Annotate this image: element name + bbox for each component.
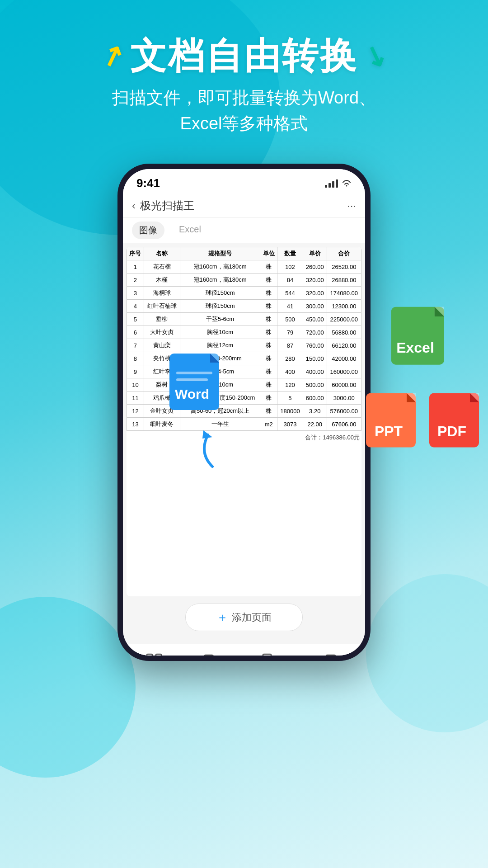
document-area: 序号 名称 规格型号 单位 数量 单价 合价 1花石榴冠160cm，高180cm… (127, 247, 361, 596)
word-format-icon: Word (167, 340, 244, 426)
table-cell: 320.00 (303, 287, 327, 300)
add-page-label: 添加页面 (232, 611, 272, 624)
wifi-icon (342, 179, 352, 188)
table-cell: 280 (277, 352, 303, 365)
toolbar-copy-text[interactable]: 复制文本 (253, 651, 284, 656)
table-row: 11鸡爪槭地径6cm，高度150-200cm株5600.003000.00 (127, 392, 361, 405)
svg-rect-18 (176, 378, 208, 381)
table-cell: 株 (260, 339, 277, 352)
table-cell: 木槿 (144, 274, 180, 287)
table-cell: 1 (127, 260, 144, 274)
table-cell: 160000.00 (327, 365, 361, 378)
table-cell: 56880.00 (327, 326, 361, 339)
table-cell: 株 (260, 260, 277, 274)
col-header-total: 合价 (327, 247, 361, 260)
table-row: 7黄山栾胸径12cm株87760.0066120.00 (127, 339, 361, 352)
table-cell: 600.00 (303, 392, 327, 405)
table-cell: 3073 (277, 418, 303, 431)
table-row: 6大叶女贞胸径10cm株79720.0056880.00 (127, 326, 361, 339)
add-page-button[interactable]: ＋ 添加页面 (185, 604, 303, 631)
table-row: 10梨树干茎10cm株120500.0060000.00 (127, 378, 361, 392)
table-cell: 株 (260, 300, 277, 313)
col-header-no: 序号 (127, 247, 144, 260)
table-cell: 42000.00 (327, 352, 361, 365)
table-cell: 41 (277, 300, 303, 313)
header-subtitle: 扫描文件，即可批量转换为Word、Excel等多种格式 (18, 85, 470, 137)
table-cell: 500 (277, 313, 303, 326)
table-cell: 球径150cm (180, 287, 260, 300)
table-cell: 3 (127, 287, 144, 300)
svg-marker-32 (202, 430, 212, 439)
more-icon[interactable]: ··· (347, 199, 356, 212)
signal-bars-icon (325, 179, 338, 188)
convert-arrow-icon (194, 426, 230, 462)
svg-rect-4 (204, 655, 213, 656)
svg-rect-12 (326, 655, 335, 656)
table-row: 9红叶李地径4-5cm株400400.00160000.00 (127, 365, 361, 378)
col-header-name: 名称 (144, 247, 180, 260)
table-cell: 760.00 (303, 339, 327, 352)
status-icons (325, 179, 352, 188)
table-cell: 株 (260, 405, 277, 418)
table-cell: 180000 (277, 405, 303, 418)
table-cell: 120 (277, 378, 303, 392)
table-cell: 株 (260, 365, 277, 378)
table-cell: 87 (277, 339, 303, 352)
export-word-icon (323, 651, 343, 656)
toolbar-translate[interactable]: A 文 翻译 (202, 651, 221, 656)
status-time: 9:41 (136, 176, 160, 190)
table-cell: 干茎5-6cm (180, 313, 260, 326)
table-cell: 株 (260, 392, 277, 405)
table-cell: 300.00 (303, 300, 327, 313)
table-cell: 576000.00 (327, 405, 361, 418)
table-cell: 冠160cm，高180cm (180, 260, 260, 274)
data-table: 序号 名称 规格型号 单位 数量 单价 合价 1花石榴冠160cm，高180cm… (127, 247, 361, 431)
table-cell: 5 (277, 392, 303, 405)
table-total: 合计：1496386.00元 (127, 431, 361, 444)
bottom-toolbar: 识别范围 A 文 翻译 (123, 644, 365, 656)
back-arrow-icon[interactable]: ‹ (132, 199, 136, 212)
toolbar-scan-range[interactable]: 识别范围 (139, 651, 169, 656)
title-text: 文档自由转换 (130, 36, 358, 76)
table-cell: 株 (260, 352, 277, 365)
table-cell: 400.00 (303, 365, 327, 378)
table-row: 1花石榴冠160cm，高180cm株102260.0026520.00 (127, 260, 361, 274)
table-cell: 垂柳 (144, 313, 180, 326)
copy-text-icon (258, 651, 278, 656)
app-title: 极光扫描王 (140, 198, 347, 213)
table-cell: 株 (260, 287, 277, 300)
phone-container: 9:41 ‹ 极光 (0, 164, 488, 661)
table-cell: 12300.00 (327, 300, 361, 313)
table-row: 12金叶女贞高50-60，冠20cm以上株1800003.20576000.00 (127, 405, 361, 418)
table-cell: 红叶石楠球 (144, 300, 180, 313)
table-cell: 11 (127, 392, 144, 405)
table-cell: 150.00 (303, 352, 327, 365)
tab-image[interactable]: 图像 (132, 222, 164, 239)
table-row: 5垂柳干茎5-6cm株500450.00225000.00 (127, 313, 361, 326)
table-cell: 500.00 (303, 378, 327, 392)
table-cell: 60000.00 (327, 378, 361, 392)
table-cell: 79 (277, 326, 303, 339)
table-cell: 26880.00 (327, 274, 361, 287)
tab-bar: 图像 Excel (123, 218, 365, 243)
svg-rect-1 (156, 654, 161, 656)
col-header-price: 单价 (303, 247, 327, 260)
svg-rect-17 (176, 372, 212, 374)
plus-icon: ＋ (216, 609, 228, 625)
table-cell: 260.00 (303, 260, 327, 274)
table-cell: 2 (127, 274, 144, 287)
svg-rect-8 (263, 654, 271, 656)
table-cell: 320.00 (303, 274, 327, 287)
tab-excel[interactable]: Excel (172, 222, 208, 239)
table-cell: 84 (277, 274, 303, 287)
toolbar-export-word[interactable]: 导出Word (315, 651, 349, 656)
col-header-spec: 规格型号 (180, 247, 260, 260)
app-nav: ‹ 极光扫描王 ··· (123, 194, 365, 218)
table-cell: 4 (127, 300, 144, 313)
table-cell: 450.00 (303, 313, 327, 326)
table-cell: 海桐球 (144, 287, 180, 300)
table-row: 4红叶石楠球球径150cm株41300.0012300.00 (127, 300, 361, 313)
table-cell: 22.00 (303, 418, 327, 431)
excel-format-icon: Excel (389, 295, 461, 372)
arrow-teal-icon: ↙ (358, 38, 391, 74)
